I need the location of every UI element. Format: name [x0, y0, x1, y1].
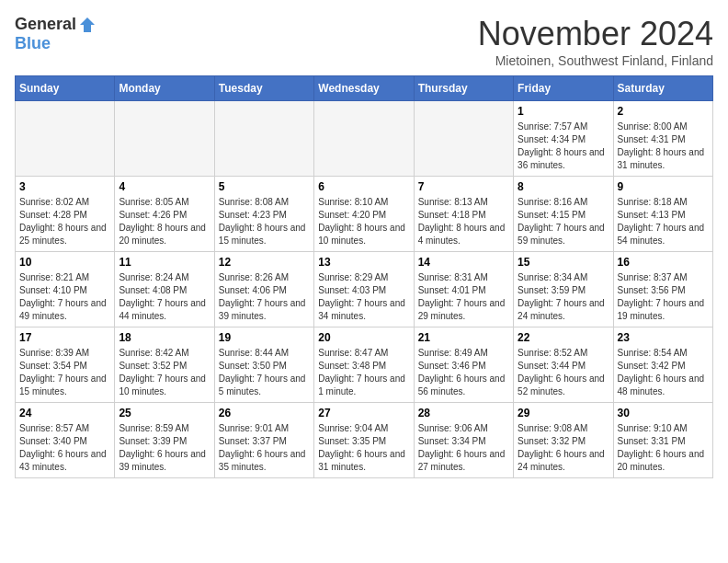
day-number: 14	[418, 256, 509, 269]
cell-content: Sunrise: 8:13 AM Sunset: 4:18 PM Dayligh…	[418, 196, 509, 247]
calendar-cell: 23Sunrise: 8:54 AM Sunset: 3:42 PM Dayli…	[613, 327, 712, 403]
calendar-cell: 6Sunrise: 8:10 AM Sunset: 4:20 PM Daylig…	[314, 177, 414, 252]
cell-content: Sunrise: 8:02 AM Sunset: 4:28 PM Dayligh…	[19, 196, 110, 247]
cell-content: Sunrise: 9:08 AM Sunset: 3:32 PM Dayligh…	[518, 422, 609, 474]
calendar-cell: 7Sunrise: 8:13 AM Sunset: 4:18 PM Daylig…	[414, 177, 513, 252]
calendar-cell: 2Sunrise: 8:00 AM Sunset: 4:31 PM Daylig…	[613, 101, 712, 177]
day-number: 23	[618, 331, 709, 344]
calendar-cell: 17Sunrise: 8:39 AM Sunset: 3:54 PM Dayli…	[16, 327, 115, 403]
day-number: 18	[119, 331, 210, 344]
day-number: 1	[518, 105, 609, 118]
day-number: 3	[19, 180, 110, 193]
title-area: November 2024 Mietoinen, Southwest Finla…	[478, 15, 713, 68]
logo-icon	[78, 16, 97, 34]
weekday-header-saturday: Saturday	[613, 76, 712, 101]
cell-content: Sunrise: 9:10 AM Sunset: 3:31 PM Dayligh…	[618, 422, 709, 474]
calendar-week-row: 10Sunrise: 8:21 AM Sunset: 4:10 PM Dayli…	[16, 252, 713, 327]
calendar-cell: 28Sunrise: 9:06 AM Sunset: 3:34 PM Dayli…	[414, 403, 513, 478]
day-number: 26	[219, 407, 310, 419]
weekday-header-tuesday: Tuesday	[214, 76, 313, 101]
calendar-week-row: 17Sunrise: 8:39 AM Sunset: 3:54 PM Dayli…	[16, 327, 713, 403]
calendar-cell: 4Sunrise: 8:05 AM Sunset: 4:26 PM Daylig…	[115, 177, 214, 252]
day-number: 24	[19, 407, 110, 419]
calendar-cell: 26Sunrise: 9:01 AM Sunset: 3:37 PM Dayli…	[214, 403, 313, 478]
weekday-header-wednesday: Wednesday	[314, 76, 414, 101]
cell-content: Sunrise: 8:54 AM Sunset: 3:42 PM Dayligh…	[618, 347, 709, 398]
day-number: 17	[19, 331, 110, 344]
weekday-header-thursday: Thursday	[414, 76, 513, 101]
location-subtitle: Mietoinen, Southwest Finland, Finland	[478, 53, 713, 68]
calendar-cell: 9Sunrise: 8:18 AM Sunset: 4:13 PM Daylig…	[613, 177, 712, 252]
logo-general-text: General	[15, 15, 76, 34]
cell-content: Sunrise: 8:26 AM Sunset: 4:06 PM Dayligh…	[219, 271, 310, 323]
cell-content: Sunrise: 8:31 AM Sunset: 4:01 PM Dayligh…	[418, 271, 509, 323]
calendar-week-row: 1Sunrise: 7:57 AM Sunset: 4:34 PM Daylig…	[16, 101, 713, 177]
calendar-cell: 15Sunrise: 8:34 AM Sunset: 3:59 PM Dayli…	[514, 252, 613, 327]
day-number: 8	[518, 180, 609, 193]
cell-content: Sunrise: 9:04 AM Sunset: 3:35 PM Dayligh…	[318, 422, 409, 474]
weekday-header-friday: Friday	[514, 76, 613, 101]
calendar-cell: 5Sunrise: 8:08 AM Sunset: 4:23 PM Daylig…	[214, 177, 313, 252]
svg-marker-0	[80, 17, 95, 32]
cell-content: Sunrise: 9:06 AM Sunset: 3:34 PM Dayligh…	[418, 422, 509, 474]
calendar-cell	[414, 101, 513, 177]
cell-content: Sunrise: 8:57 AM Sunset: 3:40 PM Dayligh…	[19, 422, 110, 474]
month-title: November 2024	[478, 15, 713, 53]
cell-content: Sunrise: 8:05 AM Sunset: 4:26 PM Dayligh…	[119, 196, 210, 247]
calendar-cell: 16Sunrise: 8:37 AM Sunset: 3:56 PM Dayli…	[613, 252, 712, 327]
calendar-cell: 21Sunrise: 8:49 AM Sunset: 3:46 PM Dayli…	[414, 327, 513, 403]
weekday-header-monday: Monday	[115, 76, 214, 101]
calendar-cell	[115, 101, 214, 177]
calendar-cell: 10Sunrise: 8:21 AM Sunset: 4:10 PM Dayli…	[16, 252, 115, 327]
cell-content: Sunrise: 8:42 AM Sunset: 3:52 PM Dayligh…	[119, 347, 210, 398]
calendar-cell: 1Sunrise: 7:57 AM Sunset: 4:34 PM Daylig…	[514, 101, 613, 177]
cell-content: Sunrise: 9:01 AM Sunset: 3:37 PM Dayligh…	[219, 422, 310, 474]
logo-blue-text: Blue	[15, 34, 51, 53]
cell-content: Sunrise: 8:08 AM Sunset: 4:23 PM Dayligh…	[219, 196, 310, 247]
day-number: 11	[119, 256, 210, 269]
cell-content: Sunrise: 8:21 AM Sunset: 4:10 PM Dayligh…	[19, 271, 110, 323]
day-number: 27	[318, 407, 409, 419]
cell-content: Sunrise: 8:47 AM Sunset: 3:48 PM Dayligh…	[318, 347, 409, 398]
day-number: 15	[518, 256, 609, 269]
weekday-header-row: SundayMondayTuesdayWednesdayThursdayFrid…	[16, 76, 713, 101]
cell-content: Sunrise: 8:59 AM Sunset: 3:39 PM Dayligh…	[119, 422, 210, 474]
calendar-cell: 20Sunrise: 8:47 AM Sunset: 3:48 PM Dayli…	[314, 327, 414, 403]
cell-content: Sunrise: 8:52 AM Sunset: 3:44 PM Dayligh…	[518, 347, 609, 398]
calendar-cell: 3Sunrise: 8:02 AM Sunset: 4:28 PM Daylig…	[16, 177, 115, 252]
day-number: 21	[418, 331, 509, 344]
day-number: 2	[618, 105, 709, 118]
day-number: 22	[518, 331, 609, 344]
day-number: 6	[318, 180, 409, 193]
cell-content: Sunrise: 8:18 AM Sunset: 4:13 PM Dayligh…	[618, 196, 709, 247]
day-number: 10	[19, 256, 110, 269]
day-number: 28	[418, 407, 509, 419]
cell-content: Sunrise: 8:10 AM Sunset: 4:20 PM Dayligh…	[318, 196, 409, 247]
calendar-table: SundayMondayTuesdayWednesdayThursdayFrid…	[15, 75, 713, 478]
calendar-cell: 30Sunrise: 9:10 AM Sunset: 3:31 PM Dayli…	[613, 403, 712, 478]
calendar-cell	[214, 101, 313, 177]
cell-content: Sunrise: 8:37 AM Sunset: 3:56 PM Dayligh…	[618, 271, 709, 323]
day-number: 16	[618, 256, 709, 269]
calendar-cell: 22Sunrise: 8:52 AM Sunset: 3:44 PM Dayli…	[514, 327, 613, 403]
cell-content: Sunrise: 8:29 AM Sunset: 4:03 PM Dayligh…	[318, 271, 409, 323]
day-number: 7	[418, 180, 509, 193]
calendar-cell: 19Sunrise: 8:44 AM Sunset: 3:50 PM Dayli…	[214, 327, 313, 403]
calendar-cell: 25Sunrise: 8:59 AM Sunset: 3:39 PM Dayli…	[115, 403, 214, 478]
day-number: 5	[219, 180, 310, 193]
logo: General Blue	[15, 15, 97, 53]
day-number: 30	[618, 407, 709, 419]
calendar-cell: 27Sunrise: 9:04 AM Sunset: 3:35 PM Dayli…	[314, 403, 414, 478]
day-number: 9	[618, 180, 709, 193]
day-number: 12	[219, 256, 310, 269]
calendar-cell	[16, 101, 115, 177]
weekday-header-sunday: Sunday	[16, 76, 115, 101]
cell-content: Sunrise: 8:00 AM Sunset: 4:31 PM Dayligh…	[618, 121, 709, 172]
calendar-cell: 12Sunrise: 8:26 AM Sunset: 4:06 PM Dayli…	[214, 252, 313, 327]
calendar-week-row: 24Sunrise: 8:57 AM Sunset: 3:40 PM Dayli…	[16, 403, 713, 478]
day-number: 4	[119, 180, 210, 193]
cell-content: Sunrise: 8:39 AM Sunset: 3:54 PM Dayligh…	[19, 347, 110, 398]
day-number: 20	[318, 331, 409, 344]
calendar-week-row: 3Sunrise: 8:02 AM Sunset: 4:28 PM Daylig…	[16, 177, 713, 252]
cell-content: Sunrise: 7:57 AM Sunset: 4:34 PM Dayligh…	[518, 121, 609, 172]
